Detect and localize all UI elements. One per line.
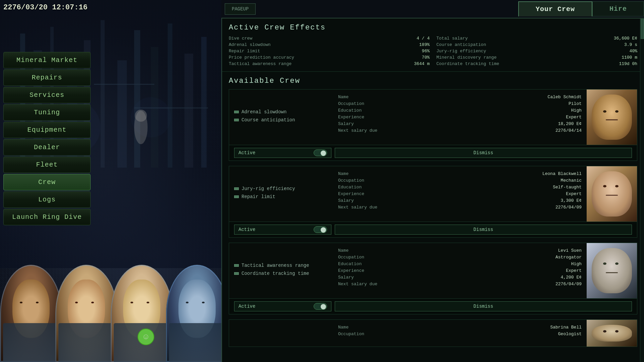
effect-value-6: 70%: [333, 55, 430, 60]
info-row-exp-3: Experience Expert: [338, 268, 582, 273]
crew-card-skills-1: Adrenal slowdown Course anticipation: [229, 89, 333, 145]
info-row-exp-2: Experience Expert: [338, 191, 582, 196]
info-val-sal-3: 4,200 E¢: [561, 275, 582, 280]
effect-value-4: 96%: [333, 49, 430, 54]
effect-label-8: Tactical awareness range: [229, 61, 326, 66]
skill-label-1-1: Adrenal slowdown: [241, 109, 286, 115]
info-row-nsd-2: Next salary due 2276/04/09: [338, 205, 582, 210]
effect-label-4: Repair limit: [229, 49, 326, 54]
menu-repairs[interactable]: Repairs: [3, 69, 91, 86]
crew-card-main-1: Adrenal slowdown Course anticipation Nam…: [229, 89, 637, 145]
info-val-sal-1: 18,200 E¢: [558, 121, 582, 126]
info-key-exp-3: Experience: [338, 268, 364, 273]
effect-label-9: Coordinate tracking time: [436, 61, 534, 66]
sidebar: Mineral Market Repairs Services Tuning E…: [3, 52, 91, 226]
menu-crew[interactable]: Crew: [3, 174, 91, 190]
skill-icon-2-1: [234, 187, 239, 190]
dismiss-button-2[interactable]: Dismiss: [335, 225, 632, 235]
info-key-sal-2: Salary: [338, 198, 354, 203]
skill-label-2-2: Repair limit: [241, 194, 275, 199]
crew-portrait-2: [55, 265, 117, 362]
toggle-switch-1[interactable]: [314, 149, 327, 156]
info-val-occ-1: Pilot: [569, 101, 582, 106]
info-key-occ-2: Occupation: [338, 178, 364, 183]
portrait-face-3: [592, 248, 632, 293]
tab-hire[interactable]: Hire: [592, 1, 644, 16]
effect-label-3: Course anticipation: [436, 42, 534, 47]
info-key-nsd-2: Next salary due: [338, 205, 377, 210]
menu-fleet[interactable]: Fleet: [3, 157, 91, 173]
crew-card-4: Name Sabrina Bell Occupation Geologist: [229, 319, 637, 347]
active-label-2: Active: [238, 227, 310, 232]
crew-skill-2-1: Jury-rig efficiency: [234, 186, 328, 191]
menu-logs[interactable]: Logs: [3, 191, 91, 208]
info-val-exp-1: Expert: [566, 115, 582, 120]
info-row-occ-3: Occupation Astrogator: [338, 255, 582, 260]
info-key-name-1: Name: [338, 95, 348, 100]
info-key-exp-1: Experience: [338, 115, 364, 120]
info-row-sal-3: Salary 4,200 E¢: [338, 275, 582, 280]
effect-label-1: Total salary: [436, 36, 534, 41]
timestamp: 2276/03/20 12:07:16: [3, 3, 88, 12]
menu-tuning[interactable]: Tuning: [3, 104, 91, 121]
info-row-name-3: Name Levi Suen: [338, 248, 582, 253]
crew-card-info-3: Name Levi Suen Occupation Astrogator Edu…: [333, 243, 587, 298]
effect-value-0: 4 / 4: [333, 36, 430, 41]
crew-card-1: Adrenal slowdown Course anticipation Nam…: [229, 89, 637, 161]
toggle-knob-2: [321, 227, 326, 233]
crew-card-info-2: Name Leona Blackwell Occupation Mechanic…: [333, 166, 587, 222]
info-key-edu-1: Education: [338, 108, 362, 113]
skill-label-1-2: Course anticipation: [241, 117, 295, 123]
effect-value-2: 189%: [333, 42, 430, 47]
effect-label-2: Adrenal slowdown: [229, 42, 326, 47]
effect-label-7: Mineral discovery range: [436, 55, 534, 60]
toggle-switch-3[interactable]: [314, 303, 327, 310]
svg-point-20: [135, 110, 147, 122]
info-key-occ-1: Occupation: [338, 101, 364, 106]
menu-mineral-market[interactable]: Mineral Market: [3, 52, 91, 68]
crew-effects-section: Active Crew Effects Dive crew 4 / 4 Tota…: [222, 18, 644, 72]
info-key-edu-3: Education: [338, 261, 362, 266]
active-toggle-2[interactable]: Active: [234, 225, 331, 235]
info-row-nsd-3: Next salary due 2276/04/09: [338, 282, 582, 287]
info-val-name-3: Levi Suen: [558, 248, 582, 253]
active-toggle-1[interactable]: Active: [234, 148, 331, 158]
crew-portrait-4: [166, 265, 221, 362]
info-val-name-2: Leona Blackwell: [542, 171, 582, 176]
info-row-name-1: Name Caleb Schmidt: [338, 95, 582, 100]
menu-launch-ring-dive[interactable]: Launch Ring Dive: [3, 209, 91, 225]
menu-services[interactable]: Services: [3, 87, 91, 103]
crew-skill-3-2: Coordinate tracking time: [234, 271, 328, 276]
toggle-knob-3: [321, 304, 326, 309]
info-row-edu-3: Education High: [338, 261, 582, 266]
menu-equipment[interactable]: Equipment: [3, 122, 91, 138]
pageup-button[interactable]: PAGEUP: [225, 3, 256, 15]
effect-value-3: 3.9 s: [540, 42, 638, 47]
info-row-occ-2: Occupation Mechanic: [338, 178, 582, 183]
dismiss-button-3[interactable]: Dismiss: [335, 301, 632, 311]
info-row-exp-1: Experience Expert: [338, 115, 582, 120]
crew-skill-1-2: Course anticipation: [234, 117, 328, 123]
svg-rect-14: [94, 84, 154, 85]
skill-icon-2-2: [234, 195, 239, 198]
active-toggle-3[interactable]: Active: [234, 301, 331, 311]
dismiss-button-1[interactable]: Dismiss: [335, 148, 632, 158]
toggle-switch-2[interactable]: [314, 226, 327, 233]
svg-rect-8: [134, 30, 140, 168]
info-key-nsd-1: Next salary due: [338, 128, 377, 133]
top-navigation: PAGEUP Your Crew Hire: [221, 0, 644, 18]
menu-dealer[interactable]: Dealer: [3, 139, 91, 156]
info-key-nsd-3: Next salary due: [338, 282, 377, 287]
info-val-sal-2: 3,300 E¢: [561, 198, 582, 203]
info-key-name-2: Name: [338, 171, 348, 176]
scrollbar[interactable]: [640, 18, 644, 362]
main-panel: Active Crew Effects Dive crew 4 / 4 Tota…: [221, 18, 644, 362]
crew-skill-2-2: Repair limit: [234, 194, 328, 199]
tab-your-crew[interactable]: Your Crew: [518, 1, 592, 16]
portrait-face-1: [592, 95, 632, 140]
scrollbar-thumb[interactable]: [641, 19, 644, 39]
info-key-sal-3: Salary: [338, 275, 354, 280]
crew-card-2: Jury-rig efficiency Repair limit Name Le…: [229, 166, 637, 238]
skill-icon-1-1: [234, 111, 239, 113]
info-row-sal-1: Salary 18,200 E¢: [338, 121, 582, 126]
